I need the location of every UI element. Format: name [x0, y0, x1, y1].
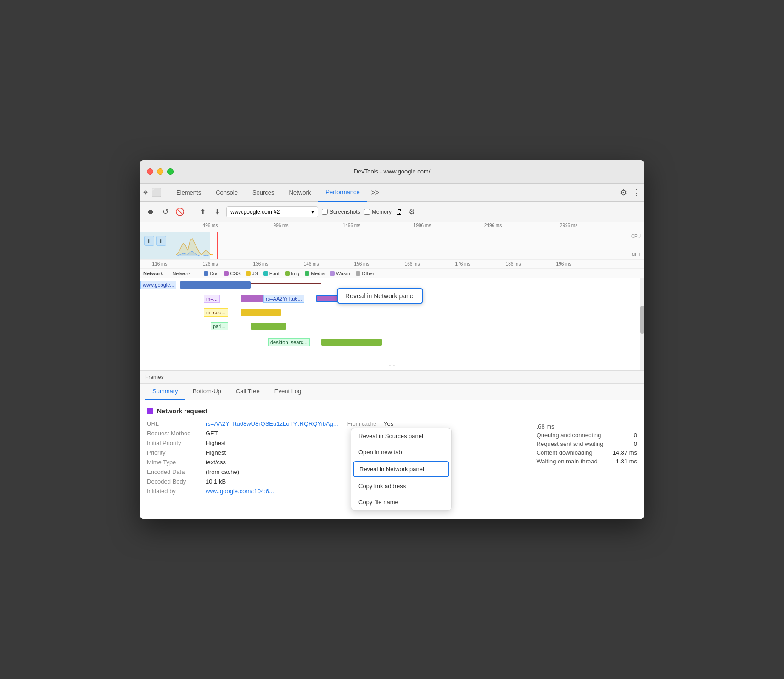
- tab-elements[interactable]: Elements: [169, 184, 208, 202]
- legend-other-color: [356, 271, 360, 276]
- network-row-5[interactable]: desktop_searc...: [140, 336, 644, 349]
- connector-arrow: [251, 283, 321, 284]
- screenshots-checkbox[interactable]: [322, 209, 328, 215]
- row-label-4: pari...: [211, 322, 228, 330]
- clear-button[interactable]: 🚫: [174, 206, 185, 217]
- duration-val: .68 ms: [537, 423, 637, 430]
- initial-priority-value: Highest: [206, 440, 226, 446]
- legend-js-label: JS: [252, 271, 258, 276]
- request-row: Request sent and waiting 0: [537, 440, 637, 447]
- net-time-3: 146 ms: [304, 262, 319, 267]
- rows-dots-divider: ···: [140, 360, 644, 370]
- download-button[interactable]: ⬇: [212, 206, 223, 217]
- network-tooltip-bubble: Reveal in Network panel: [337, 288, 423, 304]
- minimize-button[interactable]: [157, 168, 163, 175]
- timeline-selection[interactable]: [140, 232, 210, 259]
- net-time-0: 116 ms: [152, 262, 168, 267]
- details-title: Network request: [147, 407, 637, 415]
- settings-gear-icon[interactable]: ⚙: [620, 188, 627, 198]
- tab-performance[interactable]: Performance: [318, 184, 367, 202]
- settings-toolbar-icon[interactable]: ⚙: [406, 206, 417, 217]
- timeline-cursor[interactable]: [217, 232, 218, 259]
- initiated-value[interactable]: www.google.com/:104:6...: [206, 488, 274, 495]
- scrollbar[interactable]: [640, 278, 644, 370]
- bar-3: [241, 309, 281, 316]
- record-button[interactable]: ⏺: [145, 206, 156, 217]
- net-time-7: 186 ms: [506, 262, 521, 267]
- request-label: Request sent and waiting: [537, 440, 604, 447]
- content-val: 14.87 ms: [613, 449, 637, 456]
- network-rows: www.google... m=... rs=AA2YrTtu6...: [140, 278, 644, 370]
- network-row-4[interactable]: pari...: [140, 320, 644, 333]
- screenshots-checkbox-group: Screenshots: [322, 209, 360, 215]
- legend-wasm-label: Wasm: [336, 271, 350, 276]
- tab-console[interactable]: Console: [208, 184, 245, 202]
- waiting-val: 1.81 ms: [616, 458, 637, 465]
- context-open-tab[interactable]: Open in new tab: [351, 444, 451, 460]
- maximize-button[interactable]: [167, 168, 174, 175]
- memory-icon[interactable]: 🖨: [395, 208, 403, 216]
- tab-bar-icons: ⌖ ⬜: [143, 188, 162, 198]
- upload-button[interactable]: ⬆: [197, 206, 208, 217]
- time-mark-2: 996 ms: [274, 223, 289, 228]
- legend-font: Font: [263, 271, 280, 276]
- legend-img-color: [285, 271, 290, 276]
- title-bar: DevTools - www.google.com/: [140, 160, 644, 184]
- close-button[interactable]: [147, 168, 153, 175]
- network-section-text: Network: [172, 271, 190, 276]
- legend-img: Img: [285, 271, 299, 276]
- scrollbar-thumb[interactable]: [640, 306, 644, 334]
- legend-media-color: [305, 271, 309, 276]
- request-val: 0: [634, 440, 637, 447]
- cpu-label: CPU: [631, 234, 641, 239]
- tab-event-log[interactable]: Event Log: [267, 383, 309, 400]
- tab-network[interactable]: Network: [282, 184, 319, 202]
- tab-bar-right: ⚙ ⋮: [620, 188, 641, 198]
- network-legend: Network Network Doc CSS JS Font: [140, 269, 644, 278]
- context-menu: Reveal in Sources panel Open in new tab …: [351, 428, 452, 511]
- network-request-icon: [147, 408, 153, 414]
- network-time-ruler: 116 ms 126 ms 136 ms 146 ms 156 ms 166 m…: [140, 260, 644, 269]
- time-mark-5: 2496 ms: [484, 223, 502, 228]
- context-reveal-network[interactable]: Reveal in Network panel: [353, 461, 449, 477]
- more-options-icon[interactable]: ⋮: [633, 188, 641, 198]
- queuing-row: Queuing and connecting 0: [537, 432, 637, 439]
- more-tabs-button[interactable]: >>: [367, 189, 383, 197]
- content-label: Content downloading: [537, 449, 593, 456]
- network-row-3[interactable]: m=cdo...: [140, 306, 644, 319]
- toolbar: ⏺ ↺ 🚫 ⬆ ⬇ www.google.com #2 ▾ Screenshot…: [140, 202, 644, 222]
- url-value[interactable]: rs=AA2YrTtu68wU8rQSEu1zLoTY..RQRQYibAg..…: [206, 420, 338, 427]
- row-label-3: m=cdo...: [204, 308, 228, 317]
- cpu-net-area: ⏸ ⏸ CPU NET: [140, 232, 644, 260]
- priority-label: Priority: [147, 449, 202, 456]
- net-time-8: 196 ms: [556, 262, 571, 267]
- legend-doc-label: Doc: [210, 271, 219, 276]
- memory-checkbox[interactable]: [364, 209, 370, 215]
- inspect-icon[interactable]: ⌖: [143, 188, 148, 197]
- encoded-value: (from cache): [206, 468, 239, 475]
- legend-media-label: Media: [311, 271, 325, 276]
- context-copy-file[interactable]: Copy file name: [351, 494, 451, 510]
- method-value: GET: [206, 430, 218, 437]
- tab-bar: ⌖ ⬜ Elements Console Sources Network Per…: [140, 184, 644, 202]
- decoded-label: Decoded Body: [147, 478, 202, 485]
- reload-button[interactable]: ↺: [160, 206, 171, 217]
- legend-doc: Doc: [204, 271, 219, 276]
- bar-4: [251, 323, 286, 330]
- legend-js-color: [246, 271, 251, 276]
- tab-sources[interactable]: Sources: [245, 184, 282, 202]
- context-copy-link[interactable]: Copy link address: [351, 478, 451, 494]
- row-label-0: www.google...: [140, 281, 176, 289]
- legend-css-label: CSS: [230, 271, 241, 276]
- device-icon[interactable]: ⬜: [151, 188, 162, 198]
- memory-checkbox-group: Memory: [364, 209, 392, 215]
- context-reveal-sources[interactable]: Reveal in Sources panel: [351, 428, 451, 444]
- legend-img-label: Img: [291, 271, 299, 276]
- time-ruler: 496 ms 996 ms 1496 ms 1996 ms 2496 ms 29…: [140, 222, 644, 232]
- url-selector[interactable]: www.google.com #2 ▾: [226, 206, 318, 217]
- net-time-4: 156 ms: [354, 262, 370, 267]
- time-mark-3: 1496 ms: [343, 223, 360, 228]
- tab-call-tree[interactable]: Call Tree: [229, 383, 267, 400]
- tab-bottom-up[interactable]: Bottom-Up: [185, 383, 229, 400]
- tab-summary[interactable]: Summary: [145, 383, 185, 400]
